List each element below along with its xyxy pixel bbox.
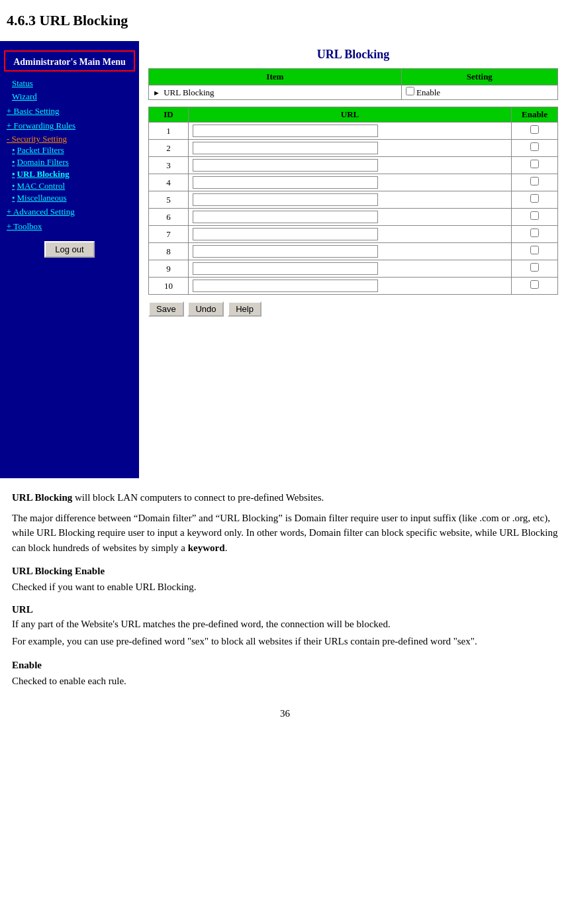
row-url-3 (189, 157, 512, 174)
row-url-10 (189, 278, 512, 295)
row-enable-1 (512, 123, 558, 140)
sidebar-title: Administrator's Main Menu (4, 50, 135, 72)
description-section: URL Blocking will block LAN computers to… (0, 490, 570, 688)
arrow-icon: ► (153, 89, 160, 97)
table-row: 10 (149, 278, 558, 295)
enable-checkbox-4[interactable] (530, 177, 539, 185)
row-url-1 (189, 123, 512, 140)
col-id: ID (149, 107, 189, 123)
bullet-icon: • (12, 181, 15, 191)
url-input-7[interactable] (193, 228, 378, 240)
row-id-2: 2 (149, 140, 189, 157)
action-buttons: Save Undo Help (148, 301, 558, 317)
url-blocking-enable-row: ► URL Blocking Enable (149, 85, 558, 100)
row-enable-4 (512, 174, 558, 191)
enable-checkbox-1[interactable] (530, 125, 539, 134)
table-row: 3 (149, 157, 558, 174)
url-blocking-enable-cell: Enable (401, 85, 557, 100)
main-content: URL Blocking Item Setting ► URL Blocking (139, 41, 570, 478)
sidebar-item-forwarding-rules[interactable]: + Forwarding Rules (0, 118, 139, 132)
table-row: 4 (149, 174, 558, 191)
undo-button[interactable]: Undo (187, 301, 224, 317)
url-input-10[interactable] (193, 280, 378, 292)
row-enable-2 (512, 140, 558, 157)
table-row: 2 (149, 140, 558, 157)
row-url-8 (189, 243, 512, 260)
url-blocking-enable-checkbox[interactable] (406, 87, 414, 95)
row-id-10: 10 (149, 278, 189, 295)
table-row: 8 (149, 243, 558, 260)
enable-checkbox-5[interactable] (530, 194, 539, 203)
enable-checkbox-10[interactable] (530, 280, 539, 289)
enable-checkbox-8[interactable] (530, 246, 539, 254)
sidebar-item-url-blocking[interactable]: •URL Blocking (0, 168, 139, 180)
enable-checkbox-3[interactable] (530, 160, 539, 168)
col-url: URL (189, 107, 512, 123)
bullet-icon: • (12, 145, 15, 155)
sidebar-item-advanced-setting[interactable]: + Advanced Setting (0, 204, 139, 219)
row-url-4 (189, 174, 512, 191)
section3-text: Checked to enable each rule. (12, 674, 558, 689)
url-blocking-enable-table: Item Setting ► URL Blocking Enable (148, 68, 558, 100)
row-id-7: 7 (149, 226, 189, 243)
url-input-6[interactable] (193, 211, 378, 223)
row-id-6: 6 (149, 209, 189, 226)
row-url-9 (189, 260, 512, 278)
sidebar-item-miscellaneous[interactable]: •Miscellaneous (0, 192, 139, 204)
row-enable-8 (512, 243, 558, 260)
enable-checkbox-7[interactable] (530, 229, 539, 237)
row-id-3: 3 (149, 157, 189, 174)
url-input-9[interactable] (193, 262, 378, 275)
sidebar-item-domain-filters[interactable]: •Domain Filters (0, 156, 139, 168)
section2-text2: For example, you can use pre-defined wor… (12, 634, 558, 649)
url-input-1[interactable] (193, 125, 378, 137)
url-input-5[interactable] (193, 193, 378, 206)
table-row: 5 (149, 191, 558, 209)
url-rows-table: ID URL Enable 12345678910 (148, 107, 558, 295)
content-title: URL Blocking (148, 48, 558, 62)
desc-para-1-rest: will block LAN computers to connect to p… (72, 492, 324, 503)
sidebar-item-status[interactable]: Status (0, 77, 139, 90)
row-enable-7 (512, 226, 558, 243)
row-id-5: 5 (149, 191, 189, 209)
save-button[interactable]: Save (148, 301, 184, 317)
row-url-6 (189, 209, 512, 226)
table-row: 6 (149, 209, 558, 226)
desc-para-2-end: . (225, 542, 228, 553)
desc-para-1: URL Blocking will block LAN computers to… (12, 490, 558, 505)
enable-checkbox-2[interactable] (530, 142, 539, 151)
row-url-2 (189, 140, 512, 157)
url-input-4[interactable] (193, 176, 378, 189)
sidebar-item-packet-filters[interactable]: •Packet Filters (0, 144, 139, 156)
row-id-4: 4 (149, 174, 189, 191)
row-url-7 (189, 226, 512, 243)
sidebar: Administrator's Main Menu Status Wizard … (0, 41, 139, 478)
sidebar-item-mac-control[interactable]: •MAC Control (0, 180, 139, 192)
section2-text1: If any part of the Website's URL matches… (12, 617, 558, 632)
enable-checkbox-9[interactable] (530, 263, 539, 272)
row-enable-9 (512, 260, 558, 278)
row-id-9: 9 (149, 260, 189, 278)
page-number: 36 (0, 708, 570, 719)
sidebar-item-basic-setting[interactable]: + Basic Setting (0, 103, 139, 118)
section2-heading: URL (12, 604, 558, 615)
row-url-5 (189, 191, 512, 209)
table-row: 7 (149, 226, 558, 243)
col-enable: Enable (512, 107, 558, 123)
col-setting: Setting (401, 69, 557, 85)
url-blocking-item-label: ► URL Blocking (149, 85, 402, 100)
enable-checkbox-6[interactable] (530, 211, 539, 220)
url-input-3[interactable] (193, 159, 378, 172)
col-item: Item (149, 69, 402, 85)
desc-para-2-text: The major difference between “Domain fil… (12, 513, 557, 553)
enable-label: Enable (416, 87, 440, 97)
help-button[interactable]: Help (228, 301, 261, 317)
logout-button[interactable]: Log out (44, 241, 94, 258)
sidebar-item-security-setting[interactable]: - Security Setting (0, 132, 139, 144)
url-input-8[interactable] (193, 245, 378, 258)
sidebar-item-wizard[interactable]: Wizard (0, 90, 139, 103)
url-input-2[interactable] (193, 142, 378, 154)
sidebar-item-toolbox[interactable]: + Toolbox (0, 219, 139, 233)
row-enable-5 (512, 191, 558, 209)
bullet-icon: • (12, 193, 15, 203)
